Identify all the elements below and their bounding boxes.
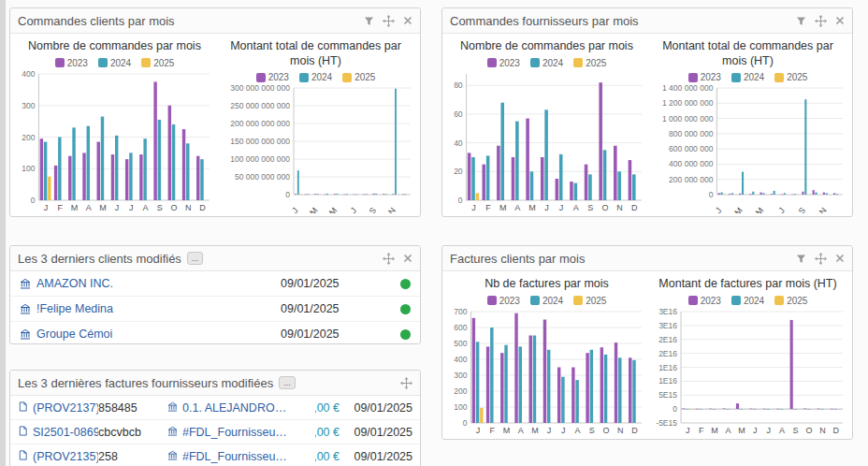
svg-text:200: 200: [454, 386, 467, 396]
chart-canvas-suppliers-orders-amount: 0200 000 000400 000 000600 000 000800 00…: [649, 84, 846, 213]
bar-2023-9: [168, 105, 171, 199]
svg-text:500: 500: [454, 339, 467, 348]
legend-item-2024[interactable]: 2024: [731, 296, 764, 306]
invoice-ref-link[interactable]: (PROV2135): [33, 450, 98, 463]
bar-2024-3: [326, 194, 328, 195]
legend-item-2024[interactable]: 2024: [98, 58, 131, 68]
bar-2023-6: [557, 367, 560, 423]
bar-2024-0: [686, 409, 688, 410]
filter-icon[interactable]: [364, 16, 374, 26]
legend-item-2024[interactable]: 2024: [530, 58, 563, 68]
move-icon[interactable]: [815, 15, 827, 27]
svg-text:0: 0: [285, 190, 290, 199]
svg-text:F: F: [485, 203, 491, 212]
filter-icon[interactable]: [796, 16, 806, 26]
bar-2024-9: [816, 193, 817, 195]
client-link[interactable]: !Felipe Medina: [36, 302, 281, 315]
chart-commandes-clients-montant: Montant total de commandes par mois (HT)…: [215, 34, 416, 213]
chart-title: Nombre de commandes par mois: [16, 39, 213, 54]
invoice-amount: 0,00 €: [315, 450, 340, 463]
svg-text:D: D: [631, 203, 638, 212]
bar-2024-0: [44, 141, 47, 199]
svg-text:N: N: [386, 206, 398, 213]
client-row: Groupe Cémoi 09/01/2025: [10, 322, 420, 344]
legend-item-2024[interactable]: 2024: [299, 72, 332, 82]
legend-swatch: [688, 73, 698, 82]
charts-row: Nb de factures par mois20232024202501002…: [442, 271, 852, 436]
panel-factures-clients: Factures clients par mois Nb de factures…: [441, 245, 853, 440]
svg-text:J: J: [561, 426, 566, 435]
legend-swatch: [342, 73, 352, 82]
close-icon[interactable]: [403, 254, 412, 263]
bar-2023-5: [543, 319, 546, 423]
legend-item-2025[interactable]: 2025: [342, 72, 375, 82]
legend-item-2025[interactable]: 2025: [573, 296, 606, 306]
chart-canvas-suppliers-orders-count: 020406080JFMAMJJASOND: [448, 70, 645, 213]
legend-item-2023[interactable]: 2023: [487, 296, 520, 306]
legend-item-2023[interactable]: 2023: [688, 72, 721, 82]
bar-2024-5: [753, 409, 756, 410]
bar-2023-10: [182, 129, 185, 200]
bar-2023-0: [40, 138, 43, 200]
bar-2024-9: [603, 150, 607, 200]
invoice-date: 09/01/2025: [340, 401, 412, 415]
move-icon[interactable]: [815, 253, 827, 265]
close-icon[interactable]: [403, 16, 412, 25]
move-icon[interactable]: [400, 377, 412, 389]
panel-header: Commandes clients par mois: [10, 8, 420, 34]
bar-2023-1: [486, 346, 489, 423]
bar-2024-2: [504, 344, 507, 422]
chart-legend: 202320242025: [217, 72, 414, 82]
bar-2023-3: [82, 153, 85, 200]
legend-item-2024[interactable]: 2024: [530, 296, 563, 306]
supplier-link[interactable]: #FDL_Fournisseu…: [182, 450, 287, 463]
move-icon[interactable]: [383, 15, 395, 27]
invoice-ref-link[interactable]: (PROV2137): [33, 401, 98, 415]
bar-2023-4: [760, 193, 762, 195]
svg-text:60: 60: [454, 109, 463, 119]
legend-item-2023[interactable]: 2023: [55, 58, 88, 68]
more-options-button[interactable]: ...: [187, 252, 204, 265]
legend-item-2023[interactable]: 2023: [256, 72, 289, 82]
svg-text:700: 700: [454, 308, 467, 316]
bar-2024-6: [355, 195, 357, 196]
legend-item-2023[interactable]: 2023: [688, 296, 721, 306]
svg-text:J: J: [44, 203, 49, 212]
svg-text:A: A: [573, 203, 579, 212]
bar-2023-10: [392, 194, 394, 195]
panel-title: Les 3 derniers clients modifiés: [18, 252, 181, 266]
legend-item-2025[interactable]: 2025: [774, 296, 807, 306]
status-dot-green: [400, 304, 411, 314]
more-options-button[interactable]: ...: [279, 376, 296, 389]
legend-item-2024[interactable]: 2024: [731, 72, 764, 82]
bar-2023-7: [139, 154, 142, 200]
close-icon[interactable]: [835, 16, 845, 25]
svg-text:0: 0: [458, 196, 463, 205]
chart-title: Montant total de commandes par mois (HT): [217, 39, 414, 68]
invoice-ref-link[interactable]: SI2501-0869: [33, 426, 98, 439]
supplier-link[interactable]: 0.1. ALEJANDRO…: [182, 401, 286, 415]
bar-2024-3: [519, 346, 522, 423]
client-link[interactable]: Groupe Cémoi: [36, 328, 281, 341]
legend-item-2025[interactable]: 2025: [774, 72, 807, 82]
bar-2024-3: [726, 409, 729, 410]
svg-text:200 000 000: 200 000 000: [669, 175, 714, 184]
bar-2023-11: [402, 195, 404, 196]
legend-item-2025[interactable]: 2025: [141, 58, 174, 68]
charts-row: Nombre de commandes par mois202320242025…: [442, 34, 852, 213]
close-icon[interactable]: [835, 254, 845, 263]
filter-icon[interactable]: [796, 254, 806, 264]
svg-text:100 000 000 000: 100 000 000 000: [230, 154, 290, 164]
supplier-link[interactable]: #FDL_Fournisseu…: [182, 426, 287, 439]
client-link[interactable]: AMAZON INC.: [36, 277, 281, 290]
move-icon[interactable]: [383, 253, 395, 265]
bar-2023-4: [529, 335, 532, 423]
bar-2024-11: [834, 409, 837, 410]
legend-swatch: [774, 296, 784, 305]
legend-item-2025[interactable]: 2025: [573, 58, 606, 68]
svg-text:S: S: [587, 203, 593, 212]
svg-text:S: S: [793, 426, 799, 435]
client-modified-date: 09/01/2025: [281, 302, 400, 315]
bar-2023-3: [514, 313, 517, 422]
legend-item-2023[interactable]: 2023: [487, 58, 520, 68]
